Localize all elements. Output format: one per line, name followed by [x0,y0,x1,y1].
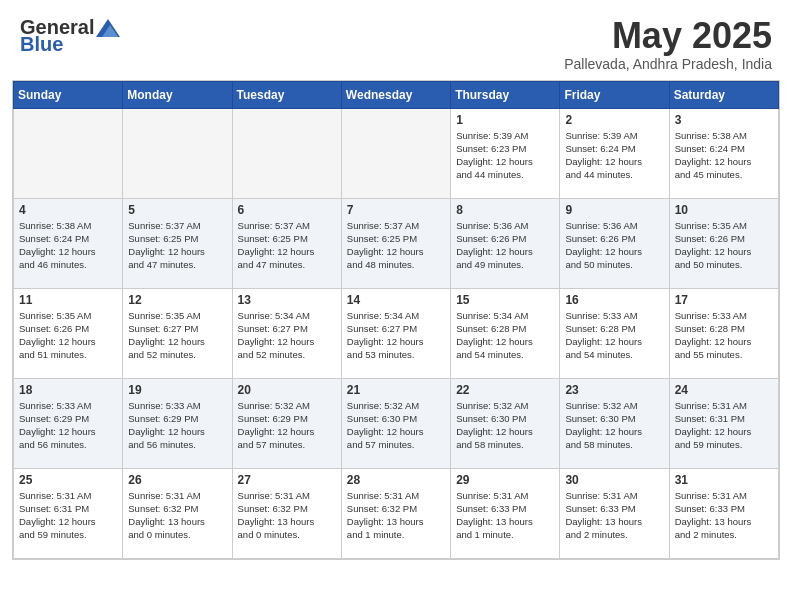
calendar-cell [123,108,232,198]
day-number: 1 [456,113,554,127]
day-info: Sunrise: 5:35 AM Sunset: 6:27 PM Dayligh… [128,309,226,362]
calendar-cell: 19Sunrise: 5:33 AM Sunset: 6:29 PM Dayli… [123,378,232,468]
day-info: Sunrise: 5:32 AM Sunset: 6:30 PM Dayligh… [456,399,554,452]
day-number: 6 [238,203,336,217]
day-info: Sunrise: 5:34 AM Sunset: 6:27 PM Dayligh… [347,309,445,362]
calendar-cell: 14Sunrise: 5:34 AM Sunset: 6:27 PM Dayli… [341,288,450,378]
calendar-cell: 20Sunrise: 5:32 AM Sunset: 6:29 PM Dayli… [232,378,341,468]
day-info: Sunrise: 5:36 AM Sunset: 6:26 PM Dayligh… [456,219,554,272]
day-info: Sunrise: 5:32 AM Sunset: 6:29 PM Dayligh… [238,399,336,452]
calendar-header-row: SundayMondayTuesdayWednesdayThursdayFrid… [14,81,779,108]
calendar-cell: 12Sunrise: 5:35 AM Sunset: 6:27 PM Dayli… [123,288,232,378]
day-number: 14 [347,293,445,307]
day-info: Sunrise: 5:31 AM Sunset: 6:33 PM Dayligh… [456,489,554,542]
day-info: Sunrise: 5:37 AM Sunset: 6:25 PM Dayligh… [347,219,445,272]
calendar-cell: 9Sunrise: 5:36 AM Sunset: 6:26 PM Daylig… [560,198,669,288]
calendar-cell: 7Sunrise: 5:37 AM Sunset: 6:25 PM Daylig… [341,198,450,288]
calendar-cell: 30Sunrise: 5:31 AM Sunset: 6:33 PM Dayli… [560,468,669,558]
day-info: Sunrise: 5:33 AM Sunset: 6:29 PM Dayligh… [128,399,226,452]
day-number: 19 [128,383,226,397]
calendar-cell: 21Sunrise: 5:32 AM Sunset: 6:30 PM Dayli… [341,378,450,468]
calendar-cell: 13Sunrise: 5:34 AM Sunset: 6:27 PM Dayli… [232,288,341,378]
calendar-cell: 5Sunrise: 5:37 AM Sunset: 6:25 PM Daylig… [123,198,232,288]
day-number: 29 [456,473,554,487]
calendar-cell: 15Sunrise: 5:34 AM Sunset: 6:28 PM Dayli… [451,288,560,378]
day-number: 17 [675,293,773,307]
logo-icon [96,19,120,37]
day-info: Sunrise: 5:31 AM Sunset: 6:31 PM Dayligh… [675,399,773,452]
day-number: 22 [456,383,554,397]
day-number: 30 [565,473,663,487]
day-number: 16 [565,293,663,307]
day-info: Sunrise: 5:37 AM Sunset: 6:25 PM Dayligh… [128,219,226,272]
calendar-week-row: 18Sunrise: 5:33 AM Sunset: 6:29 PM Dayli… [14,378,779,468]
day-number: 4 [19,203,117,217]
day-number: 15 [456,293,554,307]
header-wednesday: Wednesday [341,81,450,108]
month-title: May 2025 [564,16,772,56]
calendar: SundayMondayTuesdayWednesdayThursdayFrid… [12,80,780,560]
day-number: 7 [347,203,445,217]
day-info: Sunrise: 5:31 AM Sunset: 6:33 PM Dayligh… [565,489,663,542]
logo: General Blue [20,16,120,56]
calendar-cell: 23Sunrise: 5:32 AM Sunset: 6:30 PM Dayli… [560,378,669,468]
day-info: Sunrise: 5:33 AM Sunset: 6:28 PM Dayligh… [675,309,773,362]
day-number: 3 [675,113,773,127]
header-tuesday: Tuesday [232,81,341,108]
day-number: 2 [565,113,663,127]
calendar-cell: 2Sunrise: 5:39 AM Sunset: 6:24 PM Daylig… [560,108,669,198]
day-number: 26 [128,473,226,487]
day-info: Sunrise: 5:31 AM Sunset: 6:32 PM Dayligh… [128,489,226,542]
day-info: Sunrise: 5:34 AM Sunset: 6:28 PM Dayligh… [456,309,554,362]
day-number: 20 [238,383,336,397]
day-number: 11 [19,293,117,307]
day-number: 8 [456,203,554,217]
day-number: 5 [128,203,226,217]
header-thursday: Thursday [451,81,560,108]
day-number: 10 [675,203,773,217]
day-number: 25 [19,473,117,487]
calendar-cell: 31Sunrise: 5:31 AM Sunset: 6:33 PM Dayli… [669,468,778,558]
day-number: 23 [565,383,663,397]
day-info: Sunrise: 5:33 AM Sunset: 6:29 PM Dayligh… [19,399,117,452]
calendar-cell: 27Sunrise: 5:31 AM Sunset: 6:32 PM Dayli… [232,468,341,558]
day-number: 31 [675,473,773,487]
calendar-week-row: 4Sunrise: 5:38 AM Sunset: 6:24 PM Daylig… [14,198,779,288]
day-number: 28 [347,473,445,487]
day-info: Sunrise: 5:31 AM Sunset: 6:32 PM Dayligh… [238,489,336,542]
calendar-cell: 8Sunrise: 5:36 AM Sunset: 6:26 PM Daylig… [451,198,560,288]
header-saturday: Saturday [669,81,778,108]
calendar-cell [232,108,341,198]
calendar-cell: 22Sunrise: 5:32 AM Sunset: 6:30 PM Dayli… [451,378,560,468]
day-info: Sunrise: 5:39 AM Sunset: 6:23 PM Dayligh… [456,129,554,182]
title-section: May 2025 Pallevada, Andhra Pradesh, Indi… [564,16,772,72]
day-number: 24 [675,383,773,397]
calendar-cell [14,108,123,198]
calendar-week-row: 25Sunrise: 5:31 AM Sunset: 6:31 PM Dayli… [14,468,779,558]
calendar-cell: 29Sunrise: 5:31 AM Sunset: 6:33 PM Dayli… [451,468,560,558]
calendar-week-row: 1Sunrise: 5:39 AM Sunset: 6:23 PM Daylig… [14,108,779,198]
day-number: 21 [347,383,445,397]
day-info: Sunrise: 5:35 AM Sunset: 6:26 PM Dayligh… [675,219,773,272]
day-info: Sunrise: 5:36 AM Sunset: 6:26 PM Dayligh… [565,219,663,272]
logo-blue-text: Blue [20,33,63,56]
page-header: General Blue May 2025 Pallevada, Andhra … [0,0,792,80]
calendar-week-row: 11Sunrise: 5:35 AM Sunset: 6:26 PM Dayli… [14,288,779,378]
day-info: Sunrise: 5:39 AM Sunset: 6:24 PM Dayligh… [565,129,663,182]
calendar-table: SundayMondayTuesdayWednesdayThursdayFrid… [13,81,779,559]
day-info: Sunrise: 5:33 AM Sunset: 6:28 PM Dayligh… [565,309,663,362]
day-info: Sunrise: 5:31 AM Sunset: 6:31 PM Dayligh… [19,489,117,542]
day-info: Sunrise: 5:34 AM Sunset: 6:27 PM Dayligh… [238,309,336,362]
day-info: Sunrise: 5:32 AM Sunset: 6:30 PM Dayligh… [347,399,445,452]
location: Pallevada, Andhra Pradesh, India [564,56,772,72]
day-number: 27 [238,473,336,487]
calendar-cell: 3Sunrise: 5:38 AM Sunset: 6:24 PM Daylig… [669,108,778,198]
day-info: Sunrise: 5:31 AM Sunset: 6:33 PM Dayligh… [675,489,773,542]
calendar-cell: 1Sunrise: 5:39 AM Sunset: 6:23 PM Daylig… [451,108,560,198]
calendar-cell: 17Sunrise: 5:33 AM Sunset: 6:28 PM Dayli… [669,288,778,378]
calendar-cell: 24Sunrise: 5:31 AM Sunset: 6:31 PM Dayli… [669,378,778,468]
calendar-cell: 11Sunrise: 5:35 AM Sunset: 6:26 PM Dayli… [14,288,123,378]
day-number: 18 [19,383,117,397]
calendar-cell: 16Sunrise: 5:33 AM Sunset: 6:28 PM Dayli… [560,288,669,378]
day-info: Sunrise: 5:32 AM Sunset: 6:30 PM Dayligh… [565,399,663,452]
